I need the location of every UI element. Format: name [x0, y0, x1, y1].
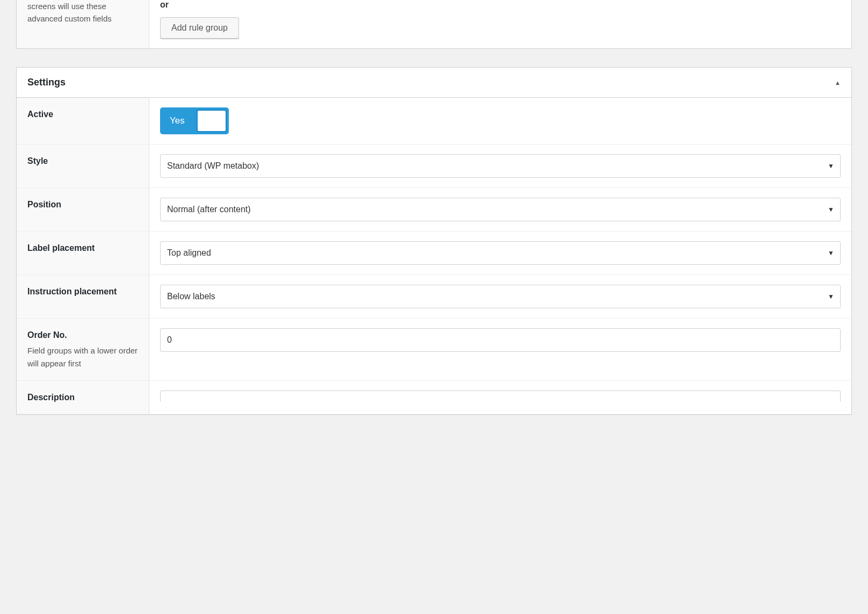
description-row: Description: [17, 381, 851, 414]
order-no-row: Order No. Field groups with a lower orde…: [17, 319, 851, 381]
rules-label-cell: screens will use these advanced custom f…: [17, 0, 149, 48]
active-toggle-text: Yes: [162, 115, 191, 126]
order-no-label: Order No.: [27, 329, 138, 341]
label-placement-input-cell: Top aligned ▼: [149, 232, 851, 275]
style-row: Style Standard (WP metabox) ▼: [17, 145, 851, 188]
active-label-cell: Active: [17, 98, 149, 144]
collapse-panel-icon[interactable]: ▲: [835, 80, 841, 86]
active-toggle-handle: [197, 110, 227, 132]
active-input-cell: Yes: [149, 98, 851, 144]
description-label-cell: Description: [17, 381, 149, 414]
description-label: Description: [27, 392, 138, 403]
active-toggle[interactable]: Yes: [160, 107, 229, 134]
settings-panel-header: Settings ▲: [17, 68, 851, 98]
position-input-cell: Normal (after content) ▼: [149, 188, 851, 231]
rules-input-cell: or Add rule group: [149, 0, 851, 48]
settings-panel: Settings ▲ Active Yes Style Standard (WP…: [16, 67, 852, 415]
style-label: Style: [27, 155, 138, 167]
order-no-input[interactable]: [160, 328, 841, 352]
position-row: Position Normal (after content) ▼: [17, 188, 851, 232]
description-input-cell: [149, 381, 851, 414]
rules-panel-partial: screens will use these advanced custom f…: [16, 0, 852, 49]
instruction-placement-select[interactable]: Below labels: [160, 285, 841, 308]
or-label: or: [160, 0, 841, 10]
position-label-cell: Position: [17, 188, 149, 231]
style-label-cell: Style: [17, 145, 149, 187]
active-label: Active: [27, 109, 138, 120]
style-input-cell: Standard (WP metabox) ▼: [149, 145, 851, 187]
description-input[interactable]: [160, 391, 841, 402]
instruction-placement-label-cell: Instruction placement: [17, 275, 149, 318]
label-placement-row: Label placement Top aligned ▼: [17, 232, 851, 275]
instruction-placement-row: Instruction placement Below labels ▼: [17, 275, 851, 319]
label-placement-label: Label placement: [27, 242, 138, 254]
rules-description-partial: screens will use these advanced custom f…: [27, 0, 138, 25]
style-select[interactable]: Standard (WP metabox): [160, 154, 841, 178]
position-label: Position: [27, 199, 138, 211]
position-select[interactable]: Normal (after content): [160, 198, 841, 221]
order-no-input-cell: [149, 319, 851, 380]
order-no-description: Field groups with a lower order will app…: [27, 344, 138, 370]
label-placement-label-cell: Label placement: [17, 232, 149, 275]
label-placement-select[interactable]: Top aligned: [160, 241, 841, 265]
add-rule-group-button[interactable]: Add rule group: [160, 17, 239, 39]
instruction-placement-label: Instruction placement: [27, 286, 138, 298]
settings-panel-title: Settings: [27, 77, 66, 88]
instruction-placement-input-cell: Below labels ▼: [149, 275, 851, 318]
order-no-label-cell: Order No. Field groups with a lower orde…: [17, 319, 149, 380]
active-row: Active Yes: [17, 98, 851, 145]
